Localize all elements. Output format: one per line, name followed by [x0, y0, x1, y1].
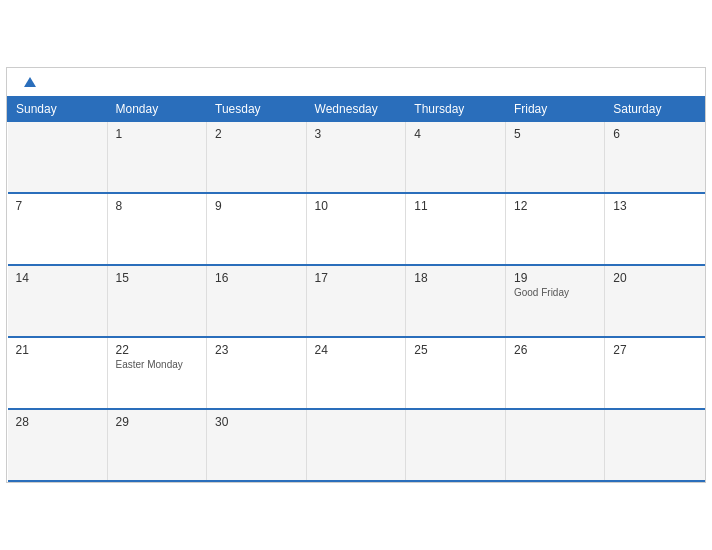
calendar-week-row: 2122Easter Monday2324252627	[8, 337, 705, 409]
calendar-cell: 9	[207, 193, 307, 265]
day-number: 25	[414, 343, 497, 357]
day-number: 18	[414, 271, 497, 285]
day-number: 19	[514, 271, 596, 285]
calendar-cell: 1	[107, 121, 207, 193]
calendar-grid: SundayMondayTuesdayWednesdayThursdayFrid…	[7, 96, 705, 483]
calendar-cell: 17	[306, 265, 406, 337]
calendar-header-row: SundayMondayTuesdayWednesdayThursdayFrid…	[8, 96, 705, 121]
calendar-cell: 29	[107, 409, 207, 481]
column-header-tuesday: Tuesday	[207, 96, 307, 121]
calendar-cell: 4	[406, 121, 506, 193]
calendar-cell: 26	[505, 337, 604, 409]
calendar-cell	[8, 121, 108, 193]
day-number: 15	[116, 271, 199, 285]
calendar-cell: 23	[207, 337, 307, 409]
calendar-cell: 10	[306, 193, 406, 265]
logo	[23, 78, 36, 88]
column-header-friday: Friday	[505, 96, 604, 121]
day-number: 28	[16, 415, 99, 429]
column-header-thursday: Thursday	[406, 96, 506, 121]
day-number: 20	[613, 271, 696, 285]
day-number: 21	[16, 343, 99, 357]
calendar-cell: 5	[505, 121, 604, 193]
calendar-cell	[406, 409, 506, 481]
day-number: 29	[116, 415, 199, 429]
calendar-cell: 28	[8, 409, 108, 481]
calendar-week-row: 282930	[8, 409, 705, 481]
day-number: 10	[315, 199, 398, 213]
calendar-cell	[306, 409, 406, 481]
calendar-cell: 13	[605, 193, 705, 265]
day-number: 30	[215, 415, 298, 429]
calendar-cell: 3	[306, 121, 406, 193]
day-number: 12	[514, 199, 596, 213]
calendar-cell: 11	[406, 193, 506, 265]
day-number: 27	[613, 343, 696, 357]
day-number: 7	[16, 199, 99, 213]
calendar-cell: 22Easter Monday	[107, 337, 207, 409]
day-number: 5	[514, 127, 596, 141]
calendar-cell: 7	[8, 193, 108, 265]
calendar-cell: 25	[406, 337, 506, 409]
day-number: 13	[613, 199, 696, 213]
holiday-label: Easter Monday	[116, 359, 199, 370]
calendar-cell: 19Good Friday	[505, 265, 604, 337]
day-number: 14	[16, 271, 99, 285]
calendar-week-row: 78910111213	[8, 193, 705, 265]
calendar-cell: 12	[505, 193, 604, 265]
day-number: 6	[613, 127, 696, 141]
calendar-cell: 21	[8, 337, 108, 409]
logo-triangle-icon	[24, 77, 36, 87]
column-header-monday: Monday	[107, 96, 207, 121]
day-number: 17	[315, 271, 398, 285]
calendar-body: 12345678910111213141516171819Good Friday…	[8, 121, 705, 481]
calendar-header	[7, 68, 705, 96]
calendar-cell	[505, 409, 604, 481]
column-header-wednesday: Wednesday	[306, 96, 406, 121]
column-header-sunday: Sunday	[8, 96, 108, 121]
calendar-cell: 14	[8, 265, 108, 337]
calendar-container: SundayMondayTuesdayWednesdayThursdayFrid…	[6, 67, 706, 484]
calendar-week-row: 123456	[8, 121, 705, 193]
calendar-cell: 15	[107, 265, 207, 337]
day-number: 4	[414, 127, 497, 141]
calendar-cell	[605, 409, 705, 481]
calendar-cell: 30	[207, 409, 307, 481]
calendar-cell: 24	[306, 337, 406, 409]
calendar-week-row: 141516171819Good Friday20	[8, 265, 705, 337]
day-number: 16	[215, 271, 298, 285]
calendar-cell: 8	[107, 193, 207, 265]
day-number: 24	[315, 343, 398, 357]
column-header-saturday: Saturday	[605, 96, 705, 121]
calendar-cell: 18	[406, 265, 506, 337]
calendar-cell: 20	[605, 265, 705, 337]
holiday-label: Good Friday	[514, 287, 596, 298]
day-number: 11	[414, 199, 497, 213]
calendar-cell: 6	[605, 121, 705, 193]
day-number: 23	[215, 343, 298, 357]
day-number: 22	[116, 343, 199, 357]
day-number: 26	[514, 343, 596, 357]
day-number: 8	[116, 199, 199, 213]
calendar-cell: 2	[207, 121, 307, 193]
calendar-cell: 27	[605, 337, 705, 409]
calendar-cell: 16	[207, 265, 307, 337]
day-number: 3	[315, 127, 398, 141]
day-number: 1	[116, 127, 199, 141]
day-number: 2	[215, 127, 298, 141]
day-number: 9	[215, 199, 298, 213]
